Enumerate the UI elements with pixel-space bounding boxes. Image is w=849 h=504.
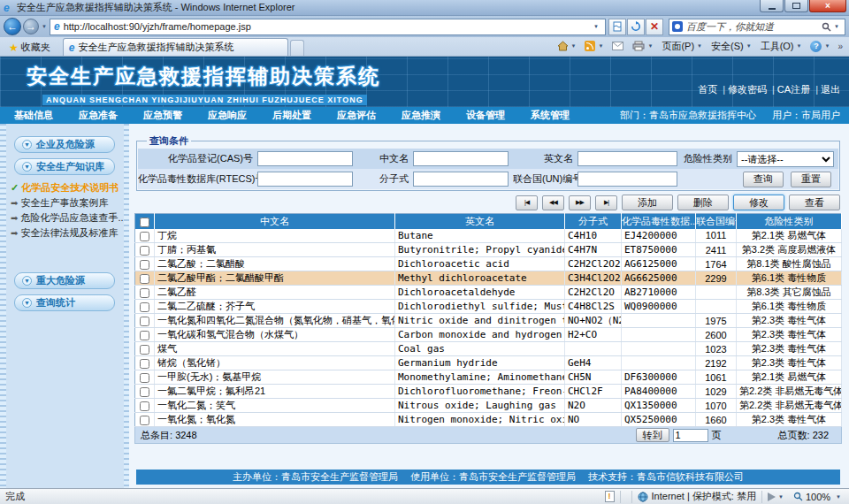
page-menu[interactable]: 页面(P)▼	[658, 37, 706, 55]
home-button[interactable]: ▼	[554, 37, 580, 55]
address-dropdown-icon[interactable]: ▼	[593, 24, 599, 29]
row-checkbox[interactable]	[140, 260, 149, 270]
sidebar-item-hazchem-quickref[interactable]: ➡ 危险化学品应急速查手...	[11, 210, 129, 225]
search-icon[interactable]	[822, 22, 831, 32]
table-row[interactable]: 丁腈；丙基氰Butyronitrile; Propyl cyanideC4H7N…	[135, 243, 842, 257]
en-name-input[interactable]	[577, 151, 677, 166]
tools-menu[interactable]: 工具(O)▼	[757, 37, 806, 55]
rtecs-input[interactable]	[257, 172, 353, 187]
table-row[interactable]: 二氯乙酸；二氯醋酸Dichloroacetic acidC2H2Cl2O2AG6…	[135, 257, 842, 271]
row-checkbox[interactable]	[140, 387, 149, 397]
security-menu[interactable]: 安全(S)▼	[708, 37, 755, 55]
forward-button[interactable]: →	[23, 19, 39, 34]
sidebar-group-knowledge-base[interactable]: ▼ 安全生产知识库	[14, 158, 115, 175]
row-checkbox[interactable]	[140, 416, 149, 425]
prev-page-button[interactable]: ◀◀	[542, 195, 564, 210]
feeds-button[interactable]: ▼	[581, 37, 607, 55]
print-button[interactable]: ▼	[629, 37, 656, 55]
home-dropdown-icon[interactable]: ▼	[571, 43, 577, 49]
sidebar-item-accident-cases[interactable]: ➡ 安全生产事故案例库	[11, 195, 129, 210]
link-change-password[interactable]: 修改密码	[717, 83, 767, 96]
row-checkbox[interactable]	[140, 246, 149, 256]
nav-emergency-drill[interactable]: 应急推演	[402, 109, 440, 122]
select-all-checkbox[interactable]	[140, 218, 149, 227]
formula-input[interactable]	[413, 172, 509, 187]
history-dropdown-icon[interactable]: ▼	[42, 24, 47, 29]
nav-emergency-evaluation[interactable]: 应急评估	[337, 109, 376, 122]
cas-input[interactable]	[257, 151, 353, 166]
maximize-button[interactable]	[784, 0, 808, 12]
hazard-class-select[interactable]: --请选择--	[737, 151, 834, 167]
minimize-button[interactable]	[760, 0, 784, 12]
nav-basic-info[interactable]: 基础信息	[14, 109, 53, 122]
last-page-button[interactable]: ▶|	[595, 195, 617, 210]
overflow-chevron-icon[interactable]: »	[835, 42, 845, 51]
nav-equipment-management[interactable]: 设备管理	[466, 109, 505, 122]
table-row[interactable]: 二氯乙醛DichloroacetaldehydeC2H2Cl2OAB271000…	[135, 286, 842, 300]
table-row-selected[interactable]: 二氯乙酸甲酯；二氯醋酸甲酯Methyl dichloroacetateC3H4C…	[135, 271, 842, 286]
flag-icon[interactable]	[768, 493, 776, 501]
mail-button[interactable]	[608, 37, 627, 55]
table-row[interactable]: 煤气Coal gas1023第2.3类 毒性气体	[135, 342, 842, 356]
add-button[interactable]: 添加	[622, 195, 673, 210]
reset-button[interactable]: 重置	[791, 172, 831, 187]
row-checkbox[interactable]	[140, 232, 149, 241]
nav-post-disposal[interactable]: 后期处置	[272, 109, 311, 122]
browser-tab[interactable]: e 安全生产应急救援指挥辅助决策系统	[63, 38, 288, 56]
sidebar-group-query-statistics[interactable]: ▼ 查询统计	[14, 294, 115, 311]
row-checkbox[interactable]	[140, 288, 149, 298]
goto-page-button[interactable]: 转到	[636, 428, 669, 442]
table-row[interactable]: 丁烷ButaneC4H10EJ42000001011第2.1类 易燃气体	[135, 229, 842, 243]
table-row[interactable]: 一氧化碳和氢气混合物（水煤气）Carbon monoxide and hydro…	[135, 328, 842, 342]
refresh-button[interactable]	[627, 19, 645, 35]
nav-emergency-response[interactable]: 应急响应	[208, 109, 247, 122]
search-button[interactable]: 查询	[743, 172, 784, 187]
compatibility-view-button[interactable]	[608, 19, 626, 35]
search-dropdown-icon[interactable]: ▼	[834, 24, 839, 29]
cn-name-input[interactable]	[413, 151, 509, 166]
un-number-input[interactable]	[577, 172, 677, 187]
table-row[interactable]: 锗烷（氢化锗）Germanium hydrideGeH42192第2.3类 毒性…	[135, 356, 842, 370]
first-page-button[interactable]: |◀	[516, 195, 538, 210]
table-row[interactable]: 一氧化氮和四氧化二氮混合物（氮氧化物，硝基气，氧化氮气体）Nitric oxid…	[135, 314, 842, 328]
row-checkbox[interactable]	[140, 359, 149, 369]
search-box[interactable]: 百度一下，你就知道 ▼	[669, 19, 845, 35]
page-number-input[interactable]	[673, 429, 708, 442]
zoom-control[interactable]: 100% ▼	[786, 492, 844, 502]
next-page-button[interactable]: ▶▶	[569, 195, 591, 210]
row-checkbox[interactable]	[140, 302, 149, 312]
table-row[interactable]: 二氯二乙硫醚；芥子气Dichlorodiethyl sulfide; Musta…	[135, 300, 842, 314]
link-home[interactable]: 首页	[698, 83, 717, 96]
delete-button[interactable]: 删除	[677, 195, 729, 210]
nav-emergency-preparation[interactable]: 应急准备	[79, 109, 118, 122]
favorites-button[interactable]: ★ 收藏夹	[4, 39, 56, 56]
document-alert-icon[interactable]	[605, 491, 615, 502]
sidebar-group-major-hazards[interactable]: ▼ 重大危险源	[14, 272, 115, 289]
print-dropdown-icon[interactable]: ▼	[647, 43, 653, 49]
row-checkbox[interactable]	[140, 317, 149, 326]
sidebar-group-enterprise-hazard[interactable]: ▼ 企业及危险源	[14, 136, 115, 153]
flag-dropdown-icon[interactable]: ▼	[778, 494, 784, 500]
table-row[interactable]: 一氧化二氮；笑气Nitrous oxide; Laughing gasN2OQX…	[135, 399, 842, 413]
link-ca-register[interactable]: CA注册	[767, 83, 810, 96]
new-tab-button[interactable]	[290, 40, 304, 56]
row-checkbox[interactable]	[140, 401, 149, 411]
nav-emergency-warning[interactable]: 应急预警	[143, 109, 182, 122]
stop-button[interactable]: ✕	[646, 19, 663, 35]
sidebar-item-laws-standards[interactable]: ➡ 安全法律法规及标准库	[11, 225, 129, 241]
table-row[interactable]: 一氟二氯甲烷；氟利昂21Dichlorofluoromethane; Freon…	[135, 385, 842, 399]
view-button[interactable]: 查看	[789, 195, 840, 210]
link-logout[interactable]: 退出	[810, 83, 840, 96]
row-checkbox[interactable]	[140, 345, 149, 355]
modify-button[interactable]: 修改	[733, 195, 784, 210]
address-field[interactable]: e http://localhost:90/yjzh/frame/homepag…	[50, 19, 606, 35]
table-row[interactable]: 一甲胺(无水)；氨基甲烷Monomethylamine; Aminomethan…	[135, 370, 842, 385]
row-checkbox[interactable]	[140, 373, 149, 383]
feeds-dropdown-icon[interactable]: ▼	[598, 43, 603, 49]
row-checkbox[interactable]	[140, 274, 149, 284]
table-row[interactable]: 一氧化氮；氧化氮Nitrogen monoxide; Nitric oxideN…	[135, 413, 842, 427]
back-button[interactable]: ←	[4, 18, 21, 35]
sidebar-item-chemical-msds[interactable]: ✓ 化学品安全技术说明书	[11, 180, 129, 195]
row-checkbox[interactable]	[140, 331, 149, 340]
close-button[interactable]: ×	[809, 0, 846, 12]
